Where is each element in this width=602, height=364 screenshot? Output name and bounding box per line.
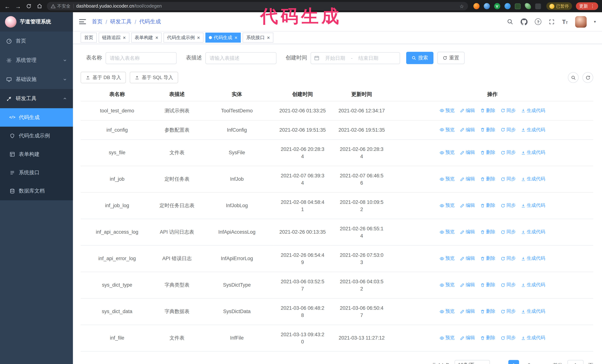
generate-code-link[interactable]: 生成代码 [521,308,545,315]
toggle-search-button[interactable] [568,72,579,83]
preview-link[interactable]: 预览 [440,149,455,156]
tab-item[interactable]: 表单构建× [131,32,162,42]
back-icon[interactable]: ← [4,3,11,9]
address-bar[interactable]: 不安全 dashboard.yudao.iocoder.cn/tool/code… [47,2,468,10]
paused-badge[interactable]: 已暂停 [546,2,572,10]
preview-link[interactable]: 预览 [440,255,455,262]
preview-link[interactable]: 预览 [440,281,455,289]
delete-link[interactable]: 删除 [480,228,495,236]
extension-icon-drop[interactable] [484,3,490,9]
home-icon[interactable] [36,3,43,9]
font-size-icon[interactable]: TT [562,19,568,25]
extension-icon-people[interactable] [504,3,510,9]
reload-icon[interactable] [25,3,32,9]
edit-link[interactable]: 编辑 [460,308,475,315]
preview-link[interactable]: 预览 [440,334,455,341]
sync-link[interactable]: 同步 [501,281,516,289]
preview-link[interactable]: 预览 [440,228,455,236]
sidebar-item-system-api[interactable]: 系统接口 [0,164,73,182]
generate-code-link[interactable]: 生成代码 [521,202,545,209]
sidebar-item-system[interactable]: 系统管理 [0,51,73,70]
start-date-input[interactable] [321,55,349,61]
sync-link[interactable]: 同步 [501,334,516,341]
delete-link[interactable]: 删除 [480,308,495,315]
edit-link[interactable]: 编辑 [460,228,475,236]
page-size-select[interactable]: 10条/页 ▾ [455,360,490,364]
close-icon[interactable]: × [235,35,237,40]
preview-link[interactable]: 预览 [440,202,455,209]
edit-link[interactable]: 编辑 [460,149,475,156]
delete-link[interactable]: 删除 [480,107,495,114]
edit-link[interactable]: 编辑 [460,334,475,341]
sidebar-item-form-builder[interactable]: 表单构建 [0,145,73,163]
page-button-2[interactable]: 2 [524,360,534,364]
end-date-input[interactable] [354,55,383,61]
edit-link[interactable]: 编辑 [460,255,475,262]
sync-link[interactable]: 同步 [501,149,516,156]
forward-icon[interactable]: → [15,3,22,9]
import-db-button[interactable]: 基于 DB 导入 [81,72,126,83]
tab-item[interactable]: 链路追踪× [99,32,129,42]
preview-link[interactable]: 预览 [440,175,455,183]
overflow-menu-icon[interactable]: ⋮ [590,3,595,9]
generate-code-link[interactable]: 生成代码 [521,126,545,133]
search-icon[interactable] [507,18,514,25]
bookmark-star-icon[interactable]: ☆ [460,3,464,9]
delete-link[interactable]: 删除 [480,202,495,209]
sync-link[interactable]: 同步 [501,255,516,262]
tab-item[interactable]: 系统接口× [243,32,273,42]
app-logo[interactable]: 芋道管理系统 [0,12,73,31]
breadcrumb-home[interactable]: 首页 [92,18,102,25]
import-sql-button[interactable]: 基于 SQL 导入 [130,72,178,83]
generate-code-link[interactable]: 生成代码 [521,107,545,114]
github-icon[interactable] [521,18,527,25]
generate-code-link[interactable]: 生成代码 [521,255,545,262]
generate-code-link[interactable]: 生成代码 [521,175,545,183]
close-icon[interactable]: × [123,35,126,40]
delete-link[interactable]: 删除 [480,281,495,289]
close-icon[interactable]: × [267,35,270,40]
generate-code-link[interactable]: 生成代码 [521,228,545,236]
tab-item[interactable]: 首页 [81,32,97,42]
goto-page-input[interactable] [567,360,583,364]
edit-link[interactable]: 编辑 [460,202,475,209]
sidebar-item-codegen-example[interactable]: 代码生成示例 [0,127,73,145]
sync-link[interactable]: 同步 [501,308,516,315]
user-avatar[interactable] [575,16,587,27]
delete-link[interactable]: 删除 [480,175,495,183]
sync-link[interactable]: 同步 [501,126,516,133]
next-page-button[interactable]: › [539,360,548,364]
delete-link[interactable]: 删除 [480,255,495,262]
sidebar-toggle-icon[interactable] [79,19,86,24]
edit-link[interactable]: 编辑 [460,126,475,133]
extension-icon-leaf[interactable] [525,3,531,9]
edit-link[interactable]: 编辑 [460,175,475,183]
edit-link[interactable]: 编辑 [460,281,475,289]
close-icon[interactable]: × [155,35,158,40]
table-name-input[interactable] [106,52,177,64]
extension-icon-fox[interactable] [473,3,479,9]
user-menu-caret-icon[interactable]: ▾ [594,20,596,24]
reset-button[interactable]: 重置 [437,52,464,64]
sidebar-item-codegen[interactable]: </> 代码生成 [0,108,73,127]
help-icon[interactable]: ? [535,18,541,25]
preview-link[interactable]: 预览 [440,308,455,315]
preview-link[interactable]: 预览 [440,126,455,133]
preview-link[interactable]: 预览 [440,107,455,114]
close-icon[interactable]: × [197,35,200,40]
tab-active[interactable]: 代码生成× [205,32,241,42]
fullscreen-icon[interactable] [549,19,555,25]
sync-link[interactable]: 同步 [501,202,516,209]
sync-link[interactable]: 同步 [501,175,516,183]
sidebar-item-dev-tools[interactable]: 研发工具 [0,89,73,108]
tab-item[interactable]: 代码生成示例× [163,32,203,42]
date-range-picker[interactable]: - [311,52,400,64]
refresh-table-button[interactable] [582,72,593,83]
table-desc-input[interactable] [205,52,276,64]
page-button-1[interactable]: 1 [508,360,519,364]
sidebar-item-infrastructure[interactable]: 基础设施 [0,70,73,89]
generate-code-link[interactable]: 生成代码 [521,149,545,156]
extension-icon-check[interactable]: V [494,3,500,9]
extension-icon-terminal[interactable] [515,3,520,9]
delete-link[interactable]: 删除 [480,149,495,156]
